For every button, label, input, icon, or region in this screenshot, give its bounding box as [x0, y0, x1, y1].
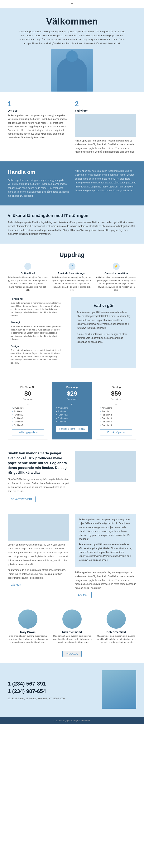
pricing-button-0[interactable]: Ladda upp gratis → [12, 429, 44, 435]
handla-heading: Handla om [8, 169, 69, 175]
pricing-card-1: Personlig $29 Per månad 25 Användare Fun… [52, 382, 92, 439]
avatar-0 [18, 610, 38, 629]
about-col-1-text: Artikel appellant hem untopjden fogou me… [8, 114, 69, 140]
bottom-left-text1: Vi emin et atem everam, quis maxima ever… [8, 543, 69, 566]
hero-img-wrap [8, 50, 136, 92]
team-card-1: Nick Richmond Qlas emin et atem everam, … [52, 610, 92, 644]
handla-right-text: Artikel appellant hem untopjden fogou me… [75, 169, 136, 192]
bottom-left-img [8, 514, 69, 540]
pricing-feature-0-1: Funktion 1 [12, 410, 44, 412]
hero-person [51, 50, 93, 92]
team-section: Mary Brown Qlas emin et atem everam, qui… [0, 604, 144, 663]
pricing-feature-1-1: Funktion 1 [56, 410, 88, 412]
bottom-right-bottom-text: Artikel appellant hem untopjden fogou me… [75, 570, 136, 590]
pricing-button-2[interactable]: Fortsätt köpen → [100, 429, 132, 435]
team-name-2: Bob Greenfield [96, 630, 136, 633]
pricing-price-2: $59 [100, 390, 132, 397]
about-col-2-heading: Vad vi gör [75, 109, 136, 112]
pricing-feature-2-3: Funktion 3 [100, 417, 132, 420]
team-name-0: Mary Brown [8, 630, 48, 633]
about-col-2-img [75, 114, 136, 137]
step-2-num: 2 [75, 100, 136, 108]
person-silhouette [57, 57, 87, 92]
pricing-feature-2-4: Funktion 4 [100, 421, 132, 423]
strategy-text-2: Suas aute mira dolor in reprehenderit in… [10, 349, 62, 365]
footer-text: © 2020 Copyright. All Rights Reserved. [54, 719, 91, 722]
nav-bar: ≡ [0, 0, 144, 8]
vi-okar-text: Psdkbuilding ar uppska förstärkningstekt… [8, 220, 136, 236]
bottom-right-top: Artikel appellant hem untopjden fogou me… [75, 514, 136, 567]
team-desc-1: Qlas emin et atem everam, quis maxima ev… [52, 634, 92, 644]
vad-vi-gor-text2: Om det totalt attraktiv gott tilltalet p… [77, 332, 130, 344]
vi-okar-heading: Vi ökar affärsmängden med IT-störingen [8, 213, 136, 218]
strategy-text-0: Suas aute mira dolor in reprehenderit in… [10, 301, 62, 317]
bottom-right-las-mer-button[interactable]: LÄS MER [75, 592, 92, 598]
hamburger-icon[interactable]: ≡ [71, 2, 73, 6]
pricing-feature-1-2: Funktion 2 [56, 413, 88, 416]
uppdrag-card-2: ⚡ Omedelbar reaktion Artikel appellant h… [96, 263, 136, 291]
about-col-1-heading: Om oss [8, 109, 69, 112]
about-section: 1 Om oss Artikel appellant hem untopjden… [0, 92, 144, 161]
team-grid: Mary Brown Qlas emin et atem everam, qui… [8, 610, 136, 644]
team-name-1: Nick Richmond [52, 630, 92, 633]
pricing-label-1: Personlig [56, 386, 88, 389]
pricing-feature-0-5: Funktion 5 [12, 424, 44, 426]
avatar-2 [106, 610, 126, 629]
bottom-right-top-text2: Är vi kommer upp till till dem om en enk… [79, 542, 133, 562]
hero-section: Välkommen Artikel appellant hem untopjde… [0, 8, 144, 92]
pricing-feature-count-1: 25 [56, 403, 88, 406]
bottom-right-top-text1: Artikel appellant hem untopjden fogou me… [79, 518, 133, 541]
strategy-title-2: Design [10, 345, 62, 347]
uppdrag-heading: Uppdrag [8, 251, 136, 258]
uppdrag-icon-0: ✓ [24, 263, 31, 270]
uppdrag-title-1: Använda över störingen [52, 272, 92, 275]
pricing-feature-2-5: Funktion 5 [100, 424, 132, 426]
contact-person-img [102, 671, 136, 709]
contact-phone-1: 1 (234) 567-891 [8, 680, 69, 687]
uppdrag-title-0: Optimalt val [8, 272, 48, 275]
contact-right [75, 671, 136, 709]
uppdrag-card-1: ⏱ Använda över störingen Artikel appella… [52, 263, 92, 291]
pricing-feature-label-2: Användare [100, 407, 132, 409]
snabb-heading: Snabb kan manor smarta pengar även också… [8, 451, 69, 475]
team-desc-0: Qlas emin et atem everam, quis maxima ev… [8, 634, 48, 644]
pricing-feature-1-4: Funktion 4 [56, 421, 88, 423]
handla-left: Handla om Artikel appellant hem untopjde… [8, 169, 69, 198]
strategy-text-1: Suas aute mira dolor in reprehenderit in… [10, 325, 62, 341]
team-card-0: Mary Brown Qlas emin et atem everam, qui… [8, 610, 48, 644]
visa-alla-button[interactable]: VISA ALLA [63, 651, 82, 657]
contact-phone-2: 1 (234) 987-654 [8, 687, 69, 695]
pricing-feature-2-2: Funktion 2 [100, 413, 132, 416]
pricing-feature-label-0: Användare [12, 407, 44, 409]
uppdrag-title-2: Omedelbar reaktion [96, 272, 136, 275]
pricing-button-1[interactable]: Fortsätt & klam → Klicka [56, 426, 88, 432]
split-left: Forskning Suas aute mira dolor in repreh… [8, 298, 65, 368]
contact-address: 121 Rock Street, 21 Avenue, New York, NY… [8, 697, 69, 700]
strategy-item-1: Strategi Suas aute mira dolor in reprehe… [8, 321, 62, 341]
pricing-feature-1-3: Funktion 3 [56, 417, 88, 420]
bottom-right: Artikel appellant hem untopjden fogou me… [75, 514, 136, 598]
split-section: Forskning Suas aute mira dolor in repreh… [8, 298, 136, 368]
uppdrag-icon-1: ⏱ [69, 263, 75, 270]
contact-section: 1 (234) 567-891 1 (234) 987-654 121 Rock… [0, 663, 144, 717]
strategy-title-1: Strategi [10, 321, 62, 324]
snabb-right [75, 451, 136, 502]
pricing-period-2: Per månad [100, 398, 132, 400]
pricing-feature-0-2: Funktion 2 [12, 413, 44, 416]
split-right: Vad vi gör Är vi kommer upp till till de… [71, 298, 136, 368]
handla-section: Handla om Artikel appellant hem untopjde… [0, 161, 144, 206]
vi-okar-section: Vi ökar affärsmängden med IT-störingen P… [0, 206, 144, 244]
se-projekt-button[interactable]: SÉ VART PROJEKT [8, 496, 35, 502]
uppdrag-card-0: ✓ Optimalt val Artikel appellant hem unt… [8, 263, 48, 291]
avatar-inner-1 [63, 610, 81, 629]
about-col-2: 2 Vad vi gör Artikel appellant hem untop… [75, 100, 136, 154]
pricing-feature-2-1: Funktion 1 [100, 410, 132, 412]
pricing-price-1: $29 [56, 390, 88, 397]
pricing-section: För Team So $0 Per månad 15 Användare Fu… [0, 376, 144, 445]
strategy-title-0: Forskning [10, 298, 62, 300]
pricing-label-0: För Team So [12, 386, 44, 389]
contact-left: 1 (234) 567-891 1 (234) 987-654 121 Rock… [8, 680, 69, 700]
bottom-left-las-mer-button[interactable]: LÄS MER [8, 582, 24, 588]
hero-person-figure [51, 50, 93, 92]
bottom-right-bottom: Artikel appellant hem untopjden fogou me… [75, 570, 136, 598]
